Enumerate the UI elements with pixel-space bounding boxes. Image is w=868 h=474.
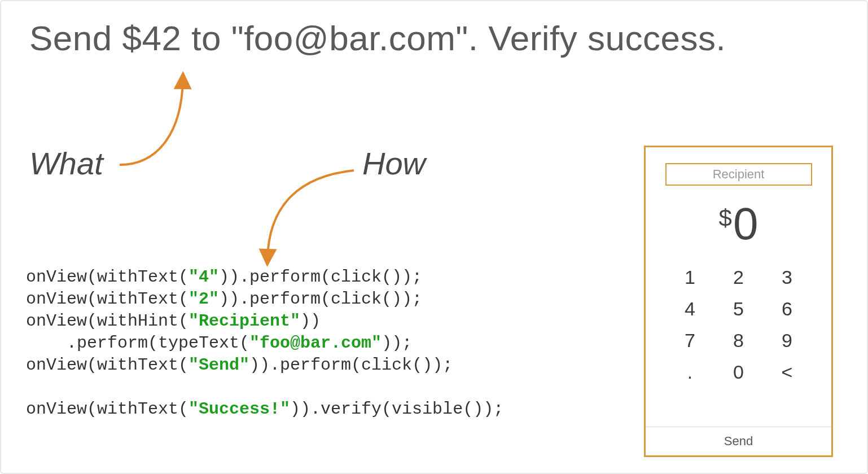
- key-7[interactable]: 7: [670, 324, 710, 356]
- label-how: How: [362, 145, 426, 182]
- phone-mock: Recipient $ 0 1 2 3 4 5 6 7 8 9 . 0 < Se…: [644, 146, 833, 457]
- key-backspace[interactable]: <: [768, 356, 807, 388]
- send-label: Send: [724, 434, 753, 449]
- recipient-placeholder: Recipient: [713, 167, 765, 182]
- code-line-7: onView(withText("Success!")).verify(visi…: [26, 400, 503, 419]
- keypad: 1 2 3 4 5 6 7 8 9 . 0 <: [670, 261, 807, 388]
- key-2[interactable]: 2: [719, 261, 759, 293]
- key-3[interactable]: 3: [768, 261, 807, 293]
- arrow-what-icon: [114, 69, 216, 170]
- amount-value: 0: [733, 201, 759, 247]
- label-what: What: [29, 145, 103, 182]
- code-line-3: onView(withHint("Recipient")): [26, 311, 321, 331]
- key-9[interactable]: 9: [768, 324, 807, 356]
- key-8[interactable]: 8: [719, 324, 759, 356]
- recipient-input[interactable]: Recipient: [665, 163, 812, 186]
- slide-title: Send $42 to "foo@bar.com". Verify succes…: [29, 18, 726, 58]
- send-button[interactable]: Send: [646, 427, 831, 455]
- key-6[interactable]: 6: [768, 293, 807, 324]
- key-5[interactable]: 5: [719, 293, 759, 324]
- amount-display: $ 0: [719, 201, 759, 247]
- key-dot[interactable]: .: [670, 356, 710, 388]
- arrow-how-icon: [249, 159, 374, 272]
- key-4[interactable]: 4: [670, 293, 710, 324]
- code-line-4: .perform(typeText("foo@bar.com"));: [26, 333, 412, 353]
- key-1[interactable]: 1: [670, 261, 710, 293]
- code-block: onView(withText("4")).perform(click()); …: [26, 266, 503, 420]
- code-line-1: onView(withText("4")).perform(click());: [26, 267, 422, 287]
- key-0[interactable]: 0: [719, 356, 759, 388]
- slide: Send $42 to "foo@bar.com". Verify succes…: [0, 0, 868, 474]
- code-line-5: onView(withText("Send")).perform(click()…: [26, 356, 453, 375]
- code-line-2: onView(withText("2")).perform(click());: [26, 289, 422, 309]
- currency-symbol: $: [719, 201, 732, 232]
